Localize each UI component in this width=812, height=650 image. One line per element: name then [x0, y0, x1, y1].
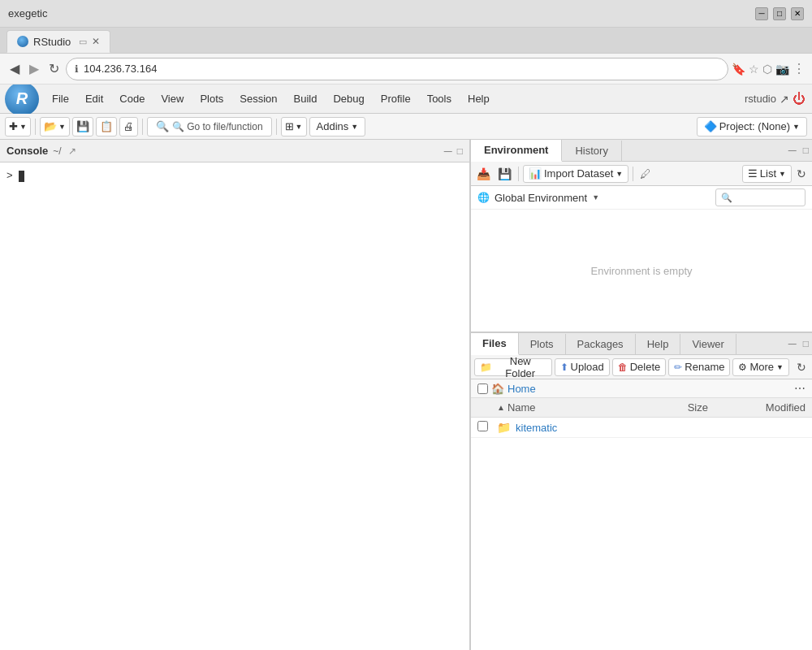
menu-plots[interactable]: Plots: [192, 89, 231, 108]
col-size-header: Size: [643, 401, 708, 414]
save-workspace-btn[interactable]: 💾: [495, 166, 514, 182]
name-header-label: Name: [508, 401, 536, 414]
menu-profile[interactable]: Profile: [373, 89, 419, 108]
star-icon[interactable]: ☆: [749, 63, 759, 76]
tab-help[interactable]: Help: [636, 334, 681, 354]
menu-view[interactable]: View: [153, 89, 192, 108]
menu-file[interactable]: File: [44, 89, 77, 108]
address-bar[interactable]: ℹ 104.236.73.164: [66, 58, 728, 80]
more-label: More: [749, 361, 774, 373]
refresh-button[interactable]: ↻: [45, 59, 63, 78]
env-panel-minimize-btn[interactable]: ─: [785, 142, 800, 158]
back-button[interactable]: ◀: [6, 59, 23, 78]
toolbar-sep-2: [142, 119, 143, 135]
project-btn[interactable]: 🔷 Project: (None) ▼: [697, 117, 807, 136]
menu-debug[interactable]: Debug: [325, 89, 372, 108]
rename-btn[interactable]: ✏ Rename: [668, 358, 730, 376]
addins-btn[interactable]: Addins ▼: [309, 117, 366, 136]
env-sep-2: [633, 167, 633, 181]
go-to-file-btn[interactable]: 🔍 🔍 Go to file/function: [147, 117, 272, 136]
env-sep-1: [518, 167, 519, 181]
file-link-kitematic[interactable]: kitematic: [516, 422, 557, 434]
new-script-btn[interactable]: ✚ ▼: [5, 117, 31, 136]
console-minimize-btn[interactable]: ─: [444, 145, 452, 158]
toolbar-sep-1: [35, 119, 36, 135]
layout-btn[interactable]: ⊞ ▼: [281, 117, 307, 136]
power-btn[interactable]: ⏻: [793, 92, 806, 106]
sign-out-btn[interactable]: ↗: [780, 93, 789, 106]
files-all-checkbox[interactable]: [477, 384, 488, 394]
save-all-btn[interactable]: 📋: [96, 117, 117, 136]
menu-help[interactable]: Help: [460, 89, 498, 108]
window-minimize-btn[interactable]: ─: [755, 7, 768, 20]
tab-close-icon[interactable]: ✕: [92, 36, 100, 47]
menu-tools[interactable]: Tools: [419, 89, 460, 108]
clear-env-btn[interactable]: 🖊: [637, 166, 654, 182]
env-panel-maximize-btn[interactable]: □: [800, 143, 812, 158]
console-path: ~/: [53, 145, 61, 157]
col-name-header[interactable]: ▲ Name: [497, 401, 643, 414]
layout-icon: ⊞: [285, 120, 294, 132]
files-options-btn[interactable]: ⋯: [794, 382, 806, 395]
file-checkbox-kitematic[interactable]: [477, 421, 488, 431]
env-refresh-btn[interactable]: ↻: [794, 166, 809, 182]
tab-viewer[interactable]: Viewer: [680, 334, 736, 354]
console-maximize-btn[interactable]: □: [457, 145, 463, 157]
print-btn[interactable]: 🖨: [119, 117, 138, 136]
folder-icon-kitematic: 📁: [497, 421, 511, 434]
tab-files[interactable]: Files: [471, 333, 519, 355]
more-icon: ⚙: [738, 362, 747, 373]
more-btn[interactable]: ⚙ More ▼: [732, 358, 789, 376]
browser-tab[interactable]: RStudio ▭ ✕: [6, 30, 110, 53]
menu-icon[interactable]: ⋮: [793, 61, 806, 76]
console-body[interactable]: >: [0, 162, 469, 650]
upload-icon: ⬆: [560, 362, 568, 373]
window-maximize-btn[interactable]: □: [773, 7, 786, 20]
new-folder-btn[interactable]: 📁 New Folder: [474, 358, 552, 376]
tab-environment[interactable]: Environment: [471, 140, 562, 162]
addins-arrow: ▼: [351, 123, 358, 131]
menu-edit[interactable]: Edit: [77, 89, 111, 108]
save-btn[interactable]: 💾: [72, 117, 93, 136]
files-refresh-btn[interactable]: ↻: [794, 359, 809, 375]
menu-session[interactable]: Session: [231, 89, 285, 108]
more-arrow: ▼: [776, 363, 784, 371]
forward-button[interactable]: ▶: [26, 59, 42, 78]
project-label: Project: (None): [719, 120, 790, 132]
table-row: 📁 kitematic: [471, 418, 812, 438]
console-tab[interactable]: Console: [6, 145, 48, 157]
files-panel-maximize-btn[interactable]: □: [800, 336, 812, 351]
env-search-icon: 🔍: [721, 193, 732, 203]
window-close-btn[interactable]: ✕: [791, 7, 804, 20]
new-folder-icon: 📁: [480, 362, 492, 373]
rename-icon: ✏: [674, 362, 682, 373]
upload-btn[interactable]: ⬆ Upload: [555, 358, 610, 376]
env-search-input[interactable]: [735, 192, 800, 203]
bookmark-icon[interactable]: 🔖: [732, 63, 745, 76]
tab-plots[interactable]: Plots: [519, 334, 566, 354]
files-panel-minimize-btn[interactable]: ─: [785, 336, 800, 352]
r-favicon: [17, 36, 28, 47]
global-env-text[interactable]: Global Environment: [495, 192, 587, 204]
list-icon: ☰: [748, 167, 758, 180]
import-label: Import Dataset: [544, 167, 613, 180]
menu-code[interactable]: Code: [111, 89, 153, 108]
save-all-icon: 📋: [100, 120, 113, 132]
import-dataset-btn[interactable]: 📊 Import Dataset ▼: [523, 165, 628, 183]
screenshot-icon[interactable]: 📷: [775, 63, 789, 76]
open-file-btn[interactable]: 📂 ▼: [40, 117, 70, 136]
load-workspace-btn[interactable]: 📥: [474, 166, 493, 182]
tab-history[interactable]: History: [562, 141, 621, 161]
list-view-btn[interactable]: ☰ List ▼: [742, 165, 792, 183]
console-pop-btn[interactable]: ↗: [68, 145, 76, 157]
save-icon: 💾: [76, 120, 89, 132]
cast-icon[interactable]: ⬡: [762, 63, 772, 76]
tab-packages[interactable]: Packages: [566, 334, 636, 354]
delete-btn[interactable]: 🗑 Delete: [612, 358, 667, 376]
import-arrow: ▼: [615, 170, 623, 178]
delete-icon: 🗑: [618, 362, 628, 373]
addins-label: Addins: [317, 120, 349, 132]
project-arrow: ▼: [793, 123, 800, 131]
home-link[interactable]: Home: [508, 383, 536, 395]
menu-build[interactable]: Build: [286, 89, 326, 108]
